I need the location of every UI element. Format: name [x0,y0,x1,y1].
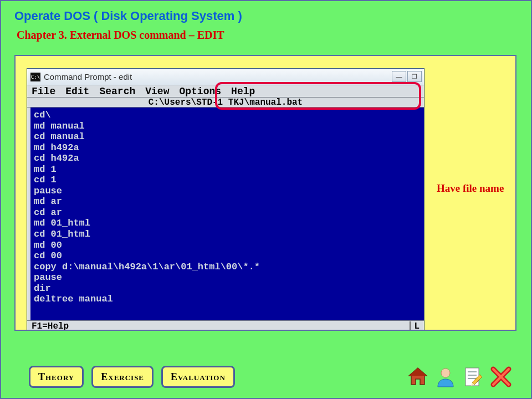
annotation-text: Have file name [437,181,509,196]
menu-search[interactable]: Search [99,86,135,97]
minimize-button[interactable]: — [392,71,406,82]
status-right: L [410,321,420,331]
theory-button[interactable]: Theory [29,366,84,388]
window-titlebar: C:\ Command Prompt - edit — ❐ [27,69,424,85]
menu-file[interactable]: File [32,86,55,97]
content-panel: C:\ Command Prompt - edit — ❐ File Edit … [14,55,516,331]
slide-frame: Operate DOS ( Disk Operating System ) Ch… [0,0,532,399]
nav-buttons: Theory Exercise Evaluation [29,366,235,388]
window-controls: — ❐ [392,71,422,82]
menu-options[interactable]: Options [179,86,221,97]
menu-edit[interactable]: Edit [65,86,89,97]
window-title-text: Command Prompt - edit [44,72,132,81]
home-icon[interactable] [407,366,429,388]
menu-view[interactable]: View [145,86,169,97]
page-chapter: Chapter 3. External DOS command – EDIT [17,29,518,42]
exercise-button[interactable]: Exercise [91,366,154,388]
svg-marker-1 [409,368,427,376]
command-prompt-window: C:\ Command Prompt - edit — ❐ File Edit … [27,68,424,331]
edit-menubar: File Edit Search View Options Help [27,85,424,98]
edit-note-icon[interactable] [462,366,484,388]
page-title: Operate DOS ( Disk Operating System ) [14,9,518,23]
status-help-hint: F1=Help [32,321,69,331]
action-icons [407,366,512,388]
evaluation-button[interactable]: Evaluation [161,366,235,388]
menu-help[interactable]: Help [231,86,255,97]
edit-statusbar: F1=Help L [27,320,424,331]
svg-point-2 [441,369,450,377]
user-icon[interactable] [434,366,457,388]
maximize-button[interactable]: ❐ [407,71,422,82]
close-icon[interactable] [490,366,512,388]
edit-file-path: C:\Users\STD-1 TKJ\manual.bat [27,98,424,108]
edit-text-area[interactable]: cd\ md manual cd manual md h492a cd h492… [27,108,424,320]
cmd-sys-icon: C:\ [30,73,40,81]
